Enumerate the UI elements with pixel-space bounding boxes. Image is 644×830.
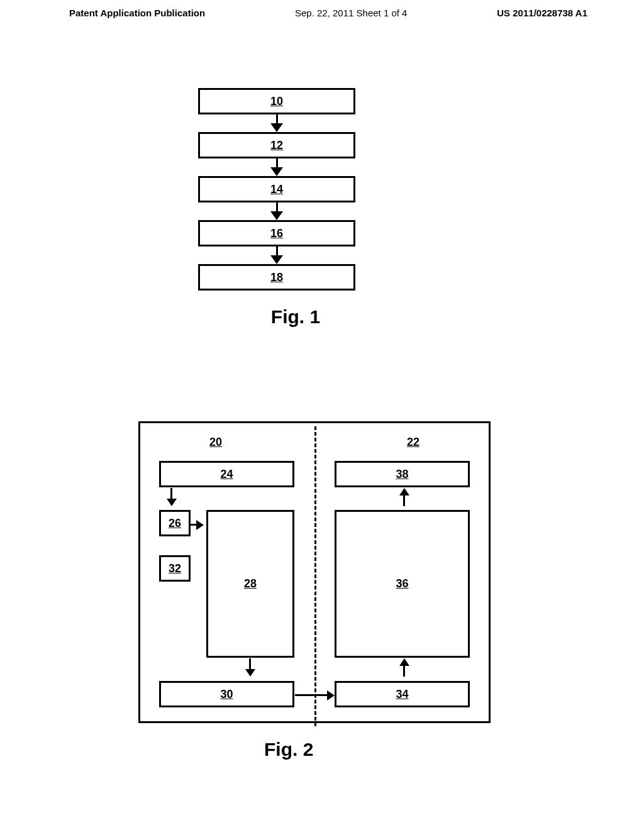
header-publication: Patent Application Publication bbox=[69, 8, 205, 18]
fig2-box-32: 32 bbox=[159, 555, 191, 582]
fig2-box-28: 28 bbox=[206, 510, 294, 658]
fig2-box-36: 36 bbox=[335, 510, 470, 658]
fig2-box-34: 34 bbox=[335, 681, 470, 707]
arrow-up-icon bbox=[403, 488, 409, 506]
header-patent-number: US 2011/0228738 A1 bbox=[497, 8, 587, 18]
arrow-down-icon bbox=[170, 488, 177, 506]
fig1-box-12: 12 bbox=[198, 132, 355, 158]
fig1-box-10: 10 bbox=[198, 88, 355, 114]
fig2-section-right-label: 22 bbox=[407, 436, 419, 449]
page-header: Patent Application Publication Sep. 22, … bbox=[0, 0, 644, 18]
fig2-box-30: 30 bbox=[159, 681, 294, 707]
arrow-down-icon bbox=[249, 658, 255, 677]
figure-1-label: Fig. 1 bbox=[236, 306, 355, 328]
arrow-head-icon bbox=[270, 167, 283, 176]
fig2-box-26: 26 bbox=[159, 510, 191, 536]
fig2-section-left-label: 20 bbox=[209, 436, 222, 449]
fig1-box-18: 18 bbox=[198, 264, 355, 290]
arrow-head-icon bbox=[270, 211, 283, 220]
header-date-sheet: Sep. 22, 2011 Sheet 1 of 4 bbox=[295, 8, 407, 18]
figure-1: 10 12 14 16 18 Fig. 1 bbox=[198, 88, 355, 328]
divider-line bbox=[314, 426, 316, 726]
arrow-icon bbox=[276, 158, 278, 168]
arrow-icon bbox=[276, 202, 278, 212]
fig1-box-14: 14 bbox=[198, 176, 355, 202]
arrow-head-icon bbox=[270, 255, 283, 264]
arrow-icon bbox=[276, 246, 278, 256]
arrow-up-icon bbox=[403, 658, 409, 677]
figure-2: 20 22 24 38 26 32 28 36 30 34 bbox=[138, 421, 491, 723]
figure-2-label: Fig. 2 bbox=[264, 739, 313, 760]
arrow-right-icon bbox=[295, 689, 335, 700]
arrow-right-icon bbox=[191, 519, 204, 530]
fig1-box-16: 16 bbox=[198, 220, 355, 246]
fig2-box-24: 24 bbox=[159, 461, 294, 487]
arrow-head-icon bbox=[270, 123, 283, 132]
fig2-box-38: 38 bbox=[335, 461, 470, 487]
arrow-icon bbox=[276, 114, 278, 124]
